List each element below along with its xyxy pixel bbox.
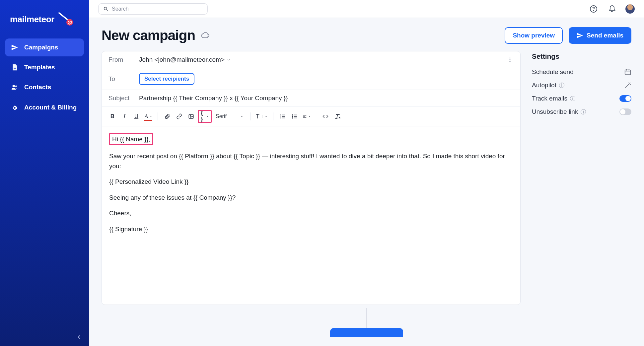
svg-point-18	[292, 117, 293, 118]
nav: Campaigns Templates Contacts Account & B…	[5, 38, 84, 117]
svg-point-10	[510, 61, 511, 62]
chevron-down-icon	[308, 115, 311, 118]
document-icon	[11, 64, 18, 71]
font-family-select[interactable]: Serif	[213, 111, 246, 122]
svg-point-9	[510, 59, 511, 60]
help-icon[interactable]	[588, 4, 599, 14]
svg-point-3	[13, 85, 15, 87]
to-label: To	[108, 75, 132, 83]
gear-icon	[11, 104, 18, 111]
bell-icon[interactable]	[607, 4, 617, 14]
more-options-button[interactable]	[506, 55, 514, 64]
svg-point-16	[292, 114, 293, 115]
search-input[interactable]	[112, 6, 203, 12]
page-header: New campaign Show preview Send emails	[102, 27, 631, 44]
info-icon: i	[570, 96, 575, 101]
clear-formatting-button[interactable]	[332, 111, 343, 122]
bottom-action-bar[interactable]	[330, 328, 403, 337]
button-label: Send emails	[587, 32, 623, 39]
people-icon	[11, 84, 18, 91]
unsubscribe-toggle[interactable]	[619, 108, 631, 115]
subject-input[interactable]	[139, 95, 514, 102]
sidebar-item-label: Campaigns	[24, 44, 58, 51]
user-avatar[interactable]	[625, 4, 635, 14]
cloud-sync-icon	[201, 31, 210, 40]
to-row: To Select recipients	[102, 68, 520, 90]
attachment-button[interactable]	[162, 111, 173, 122]
svg-rect-1	[14, 67, 16, 67]
page-title: New campaign	[102, 28, 195, 43]
sidebar-item-campaigns[interactable]: Campaigns	[5, 38, 84, 56]
info-icon: i	[581, 109, 586, 114]
greeting-highlight: Hi {{ Name }},	[109, 133, 153, 145]
svg-point-7	[593, 10, 594, 11]
code-view-button[interactable]	[320, 111, 331, 122]
calendar-icon[interactable]	[624, 68, 631, 76]
merge-tags-button[interactable]: { }	[199, 111, 210, 122]
send-icon	[11, 44, 18, 51]
sidebar-item-templates[interactable]: Templates	[5, 58, 84, 76]
from-row: From John <john@mailmeteor.com>	[102, 51, 520, 68]
from-label: From	[108, 56, 132, 63]
settings-panel: Settings Schedule send Autopiloti Track …	[532, 51, 631, 305]
subject-label: Subject	[108, 95, 132, 102]
image-button[interactable]	[186, 111, 196, 122]
topbar	[89, 0, 644, 18]
body-line: Hi {{ Name }},	[112, 136, 150, 143]
info-icon: i	[559, 83, 564, 88]
sidebar-item-account[interactable]: Account & Billing	[5, 98, 84, 117]
search-icon	[103, 6, 108, 12]
search-box[interactable]	[98, 3, 208, 15]
setting-schedule[interactable]: Schedule send	[532, 68, 631, 76]
sidebar-item-label: Contacts	[24, 84, 51, 91]
from-value: John <john@mailmeteor.com>	[139, 56, 225, 63]
unordered-list-button[interactable]	[289, 111, 300, 122]
setting-label: Unsubscribe link	[532, 108, 578, 115]
setting-label: Track emails	[532, 95, 567, 102]
setting-unsubscribe: Unsubscribe linki	[532, 108, 631, 115]
align-button[interactable]	[301, 111, 312, 122]
content: New campaign Show preview Send emails Fr…	[89, 18, 644, 346]
body-line: {{ Signature }}	[109, 226, 148, 233]
send-icon	[577, 32, 583, 39]
collapse-sidebar-button[interactable]	[75, 333, 84, 341]
subject-row: Subject	[102, 90, 520, 107]
body-line: Saw your recent post on {{ Platform }} a…	[109, 151, 513, 171]
select-recipients-button[interactable]: Select recipients	[139, 73, 194, 85]
underline-button[interactable]: U	[131, 111, 142, 122]
chevron-down-icon	[264, 115, 268, 118]
main: New campaign Show preview Send emails Fr…	[89, 0, 644, 346]
chevron-down-icon	[227, 58, 231, 62]
chevron-down-icon	[240, 115, 244, 118]
svg-point-4	[15, 86, 17, 88]
bold-button[interactable]: B	[107, 111, 118, 122]
magic-wand-icon[interactable]	[624, 82, 631, 89]
setting-track: Track emailsi	[532, 95, 631, 102]
setting-autopilot[interactable]: Autopiloti	[532, 82, 631, 89]
logo-text: mailmeteor	[10, 14, 54, 25]
italic-button[interactable]: I	[119, 111, 130, 122]
compose-card: From John <john@mailmeteor.com> To Selec…	[102, 51, 521, 305]
svg-point-5	[104, 7, 107, 10]
send-emails-button[interactable]: Send emails	[569, 27, 631, 44]
svg-point-17	[292, 116, 293, 117]
divider	[366, 308, 367, 328]
svg-rect-2	[14, 68, 16, 69]
svg-point-8	[510, 57, 511, 58]
body-line: {{ Personalized Video Link }}	[109, 177, 513, 186]
link-button[interactable]	[174, 111, 184, 122]
font-size-button[interactable]: TT	[254, 111, 269, 122]
editor-body[interactable]: Hi {{ Name }}, Saw your recent post on {…	[102, 126, 520, 305]
show-preview-button[interactable]: Show preview	[505, 27, 563, 44]
ordered-list-button[interactable]: 123	[277, 111, 288, 122]
meteor-icon	[58, 12, 73, 27]
button-label: Show preview	[513, 32, 555, 39]
font-family-value: Serif	[216, 113, 239, 119]
sidebar-item-contacts[interactable]: Contacts	[5, 78, 84, 96]
logo[interactable]: mailmeteor	[5, 8, 84, 38]
track-emails-toggle[interactable]	[619, 95, 631, 102]
from-select[interactable]: John <john@mailmeteor.com>	[139, 56, 231, 63]
merge-tags-highlight: { }	[198, 110, 212, 123]
text-color-button[interactable]: A	[143, 111, 154, 122]
setting-label: Autopilot	[532, 82, 556, 89]
